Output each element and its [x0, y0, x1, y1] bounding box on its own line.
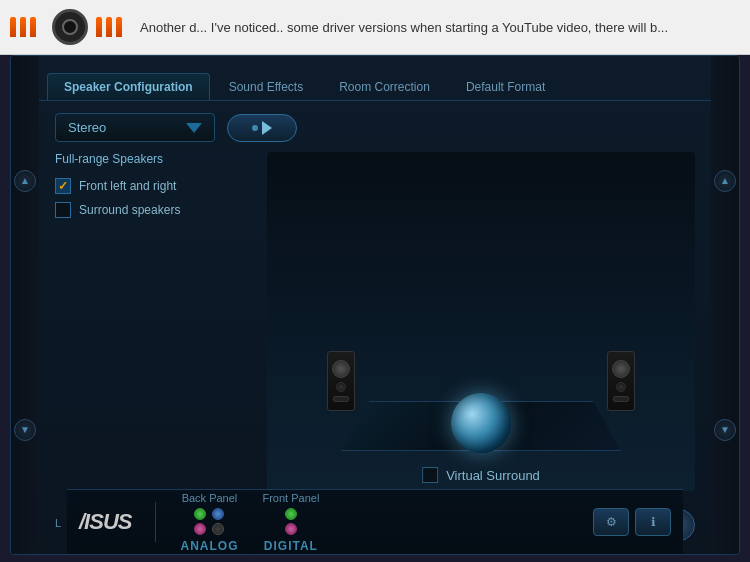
checkmark-icon: ✓	[58, 179, 68, 193]
nav-up-button[interactable]: ▲	[14, 170, 36, 192]
nav-right-down-button[interactable]: ▼	[714, 419, 736, 441]
bottom-right-icons: ⚙ ℹ	[593, 508, 671, 536]
full-range-label: Full-range Speakers	[55, 152, 255, 166]
play-dot-icon	[252, 125, 258, 131]
dot-black-back[interactable]	[212, 523, 224, 535]
content-area: Speaker Configuration Sound Effects Room…	[39, 56, 711, 554]
settings-icon-btn[interactable]: ⚙	[593, 508, 629, 536]
asus-logo: /ISUS	[79, 509, 131, 535]
3d-sphere	[451, 393, 511, 453]
pin-4	[96, 17, 102, 37]
play-button[interactable]	[227, 114, 297, 142]
front-panel-section: Front Panel DIGITAL	[262, 492, 319, 553]
top-bar: Another d... I've noticed.. some driver …	[0, 0, 750, 55]
front-panel-top-row	[285, 508, 297, 520]
controls-row: Stereo	[55, 113, 695, 142]
speaker-port-right	[613, 396, 629, 402]
dot-pink-front[interactable]	[285, 523, 297, 535]
pin-5	[106, 17, 112, 37]
pin-1	[10, 17, 16, 37]
virtual-surround-row: Virtual Surround	[422, 467, 540, 483]
digital-label: DIGITAL	[264, 539, 318, 553]
top-bar-text: Another d... I've noticed.. some driver …	[140, 20, 668, 35]
speaker-pins-right	[96, 17, 122, 37]
main-panel: Stereo Full-range Speakers ✓	[39, 101, 711, 553]
tab-speaker-configuration[interactable]: Speaker Configuration	[47, 73, 210, 100]
front-lr-label: Front left and right	[79, 179, 176, 193]
front-panel-dots	[285, 508, 297, 535]
pin-3	[30, 17, 36, 37]
front-panel-label: Front Panel	[262, 492, 319, 504]
tab-room-correction[interactable]: Room Correction	[322, 73, 447, 100]
tab-bar: Speaker Configuration Sound Effects Room…	[39, 56, 711, 101]
play-triangle-icon	[262, 121, 272, 135]
speaker-tweeter-right	[616, 382, 626, 392]
back-panel-top-row	[194, 508, 224, 520]
back-panel-bottom-row	[194, 523, 224, 535]
l-label: L	[55, 517, 67, 529]
speaker-mode-dropdown[interactable]: Stereo	[55, 113, 215, 142]
left-controls: Full-range Speakers ✓ Front left and rig…	[55, 152, 255, 491]
webcam-lens	[62, 19, 78, 35]
nav-down-button[interactable]: ▼	[14, 419, 36, 441]
nav-right: ▲ ▼	[711, 56, 739, 554]
dot-pink-back[interactable]	[194, 523, 206, 535]
virtual-surround-checkbox[interactable]	[422, 467, 438, 483]
dot-green-back[interactable]	[194, 508, 206, 520]
tab-default-format[interactable]: Default Format	[449, 73, 562, 100]
analog-label: ANALOG	[180, 539, 238, 553]
virtual-surround-label: Virtual Surround	[446, 468, 540, 483]
tab-sound-effects[interactable]: Sound Effects	[212, 73, 321, 100]
speaker-right	[607, 351, 635, 411]
app-window: i ▲ ▼ ▲ ▼ Speaker Configuration Sound Ef…	[10, 55, 740, 555]
surround-label: Surround speakers	[79, 203, 180, 217]
front-lr-checkbox-row[interactable]: ✓ Front left and right	[55, 178, 255, 194]
speaker-pins-left	[10, 17, 36, 37]
webcam-icon	[52, 9, 88, 45]
pin-6	[116, 17, 122, 37]
speaker-woofer-right	[612, 360, 630, 378]
asus-divider	[155, 502, 156, 542]
back-panel-dots	[194, 508, 224, 535]
back-panel-section: Back Panel ANALOG	[180, 492, 238, 553]
dot-blue-back[interactable]	[212, 508, 224, 520]
dropdown-arrow-icon	[186, 123, 202, 133]
speaker-visualization: Virtual Surround	[267, 152, 695, 491]
bottom-panel: /ISUS Back Panel ANALOG Front Pa	[67, 489, 683, 554]
front-lr-checkbox[interactable]: ✓	[55, 178, 71, 194]
nav-right-up-button[interactable]: ▲	[714, 170, 736, 192]
nav-left: ▲ ▼	[11, 56, 39, 554]
surround-checkbox-row[interactable]: Surround speakers	[55, 202, 255, 218]
dot-green-front[interactable]	[285, 508, 297, 520]
pin-2	[20, 17, 26, 37]
surround-checkbox[interactable]	[55, 202, 71, 218]
back-panel-label: Back Panel	[182, 492, 238, 504]
front-panel-bottom-row	[285, 523, 297, 535]
speaker-area: Full-range Speakers ✓ Front left and rig…	[55, 152, 695, 491]
info-icon-btn[interactable]: ℹ	[635, 508, 671, 536]
